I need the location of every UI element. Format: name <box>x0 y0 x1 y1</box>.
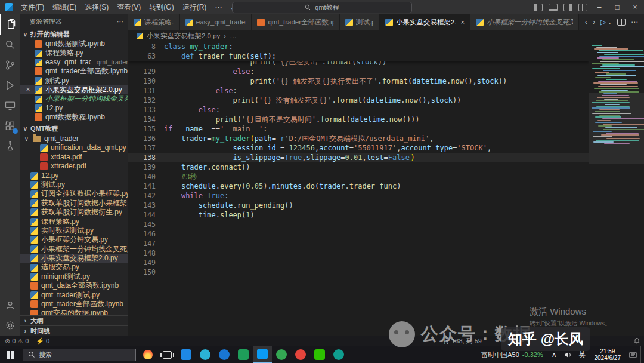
tree-item[interactable]: xttrader.pdf <box>20 162 128 171</box>
customize-layout-icon[interactable] <box>578 4 587 11</box>
editor-tab[interactable]: 课程策略.py <box>128 14 180 30</box>
hidden-icons-chevron[interactable]: ∧ <box>548 350 561 359</box>
testing-icon[interactable] <box>0 136 20 156</box>
open-editor-item[interactable]: qmt_trader全部函数.ipynb <box>20 67 128 76</box>
stock-ticker-widget[interactable]: 富时中国A50 -0.32% <box>476 350 547 359</box>
code-line[interactable]: 138 is_slippage=True,slippage=0.01,test=… <box>128 153 589 162</box>
tree-item[interactable]: 实时数据测试.py <box>20 226 128 235</box>
outline-header[interactable]: › 大纲 <box>20 315 128 325</box>
action-center-icon[interactable] <box>626 352 640 358</box>
menu-item-2[interactable]: 选择(S) <box>80 0 113 14</box>
open-editor-item[interactable]: 测试.py <box>20 76 128 85</box>
settings-gear-icon[interactable] <box>0 315 20 336</box>
wechat-icon[interactable] <box>310 346 329 363</box>
folder-section-header[interactable]: ∨ QMT教程 <box>20 122 128 134</box>
command-center[interactable]: qmt教程 <box>232 2 412 13</box>
code-editor[interactable]: print('{}已经卖出'.format(stock))129 else:13… <box>128 42 644 336</box>
code-line[interactable]: 131 else: <box>128 86 589 96</box>
start-button[interactable] <box>0 346 20 363</box>
maximize-button[interactable]: □ <box>608 0 626 14</box>
sidebar-more-actions-icon[interactable]: ⋯ <box>117 18 123 26</box>
menu-item-6[interactable]: ⋯ <box>210 0 226 14</box>
tree-folder[interactable]: ∨qmt_trader <box>20 134 128 143</box>
timeline-header[interactable]: › 时间线 <box>20 325 128 336</box>
minimap[interactable] <box>589 42 644 336</box>
tree-item[interactable]: qmt_data全部函数.ipynb <box>20 281 128 290</box>
code-line[interactable]: 150 <box>128 267 589 277</box>
taskbar-clock[interactable]: 21:59 2024/6/27 <box>590 348 626 361</box>
tree-item[interactable]: 订阅全推送数据小果框架.py <box>20 189 128 198</box>
tree-item[interactable]: 小果框架分钟交易.py <box>20 235 128 244</box>
tree-item[interactable]: 获取单股订阅数据衍生.py <box>20 208 128 217</box>
close-icon[interactable]: × <box>461 19 465 26</box>
editor-tab[interactable]: 测试.py <box>340 14 380 30</box>
tree-item[interactable]: 获取单股订阅数据小果框架.py <box>20 199 128 208</box>
close-button[interactable]: × <box>626 0 644 14</box>
tree-item[interactable]: 小果实盘交易框架2.0.py <box>20 254 128 263</box>
tree-item[interactable]: qmt交易的数据.ipynb <box>20 309 128 315</box>
tree-item[interactable]: 测试.py <box>20 180 128 189</box>
code-line[interactable]: 63 def trader_func(self): <box>128 51 589 61</box>
mail-app-icon[interactable] <box>177 346 196 363</box>
open-editor-item[interactable]: ×小果实盘交易框架2.0.py <box>20 85 128 94</box>
code-line[interactable]: 137 session_id = 123456,account='5501191… <box>128 143 589 153</box>
open-editor-item[interactable]: 课程策略.py <box>20 48 128 57</box>
editor-tab[interactable]: qmt_trader全部函数.ipynb <box>252 14 339 30</box>
tree-item[interactable]: 12.py <box>20 171 128 180</box>
meeting-app-icon[interactable] <box>329 346 348 363</box>
code-line[interactable]: 142 while True: <box>128 191 589 201</box>
editor-tab[interactable]: 小果框架一分钟均线金叉死叉交易 <box>470 14 579 30</box>
security-app-icon[interactable] <box>138 346 157 363</box>
toggle-secondary-sidebar-icon[interactable] <box>564 4 572 11</box>
open-editors-header[interactable]: ∨ 打开的编辑器 <box>20 29 128 39</box>
explorer-icon[interactable] <box>0 14 20 35</box>
code-line[interactable]: 141 schedule.every(0.05).minutes.do(trad… <box>128 182 589 191</box>
cursor-position[interactable]: 行 138, 列 59 <box>443 337 482 346</box>
code-line[interactable]: 132 print('{} 没有触发死叉{}'.format(datetime.… <box>128 96 589 105</box>
code-line[interactable]: 134 print('{}目前不是交易时间'.format(datetime.n… <box>128 115 589 124</box>
tab-scroll-left-icon[interactable]: ‹ <box>585 18 587 26</box>
ports-indicator[interactable]: ⚡ 0 <box>36 337 49 345</box>
menu-item-3[interactable]: 查看(V) <box>113 0 145 14</box>
problems-indicator[interactable]: ⊗ 0 ⚠ 0 <box>5 337 29 345</box>
music-app-icon[interactable] <box>291 346 310 363</box>
tree-item[interactable]: miniqmt测试.py <box>20 272 128 281</box>
run-python-file-icon[interactable]: ▷ <box>600 18 606 26</box>
open-editor-item[interactable]: 小果框架一分钟均线金叉死叉交... <box>20 94 128 103</box>
open-editor-item[interactable]: 12.py <box>20 104 128 113</box>
menu-item-1[interactable]: 编辑(E) <box>48 0 80 14</box>
split-editor-icon[interactable] <box>617 19 626 26</box>
code-line[interactable]: 144 time.sleep(1) <box>128 210 589 220</box>
minimize-button[interactable]: – <box>590 0 608 14</box>
toggle-sidebar-icon[interactable] <box>534 4 543 11</box>
editor-tab[interactable]: 小果实盘交易框架2.0.py× <box>380 14 470 30</box>
close-icon[interactable]: × <box>24 85 32 94</box>
code-line[interactable]: 148 <box>128 248 589 258</box>
taskbar-search[interactable]: 搜索 <box>23 349 136 361</box>
tree-item[interactable]: xtdata.pdf <box>20 153 128 162</box>
search-sidebar-icon[interactable] <box>0 35 20 55</box>
run-dropdown-icon[interactable]: ⌄ <box>608 20 612 25</box>
tab-scroll-right-icon[interactable]: › <box>593 18 595 26</box>
notifications-bell-icon[interactable] <box>633 337 640 344</box>
ime-indicator[interactable]: 英 <box>575 350 590 360</box>
spreadsheet-app-icon[interactable] <box>234 346 253 363</box>
run-debug-icon[interactable] <box>0 75 20 96</box>
show-desktop-button[interactable] <box>640 346 644 363</box>
volume-icon[interactable] <box>561 352 575 358</box>
menu-item-5[interactable]: 运行(R) <box>178 0 211 14</box>
breadcrumb-ellipsis[interactable]: … <box>230 32 237 39</box>
source-control-icon[interactable] <box>0 55 20 75</box>
code-line[interactable]: 143 schedule.run_pending() <box>128 201 589 210</box>
minimap-slider[interactable] <box>589 93 644 164</box>
code-line[interactable]: 135if __name__=='__main__': <box>128 124 589 134</box>
code-line[interactable]: 146 <box>128 229 589 239</box>
code-line[interactable]: 8class my_trader: <box>128 42 589 51</box>
code-line[interactable]: 140 #3秒 <box>128 172 589 182</box>
menu-item-4[interactable]: 转到(G) <box>145 0 178 14</box>
open-editor-item[interactable]: easy_qmt_trader.pyqmt_trader <box>20 58 128 67</box>
tree-item[interactable]: 课程策略.py <box>20 217 128 226</box>
extensions-icon[interactable] <box>0 116 20 136</box>
editor-tab[interactable]: easy_qmt_trader.py <box>180 14 252 30</box>
code-line[interactable]: 129 else: <box>128 67 589 76</box>
